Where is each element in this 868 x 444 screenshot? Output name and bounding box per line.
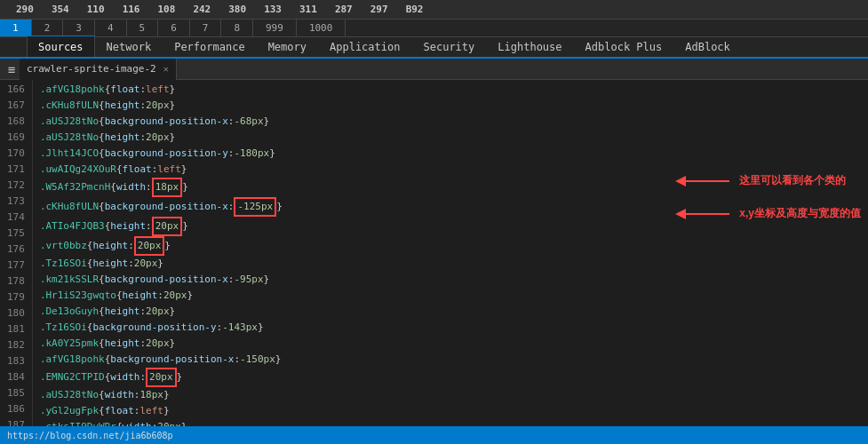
ruler-num: 116 bbox=[114, 4, 149, 15]
line-number: 176 bbox=[7, 242, 25, 258]
code-content: .afVG18pohk { float:left }.cKHu8fULN { h… bbox=[33, 80, 868, 426]
ruler-num: 354 bbox=[43, 4, 78, 15]
tab-sources[interactable]: Sources bbox=[27, 36, 95, 57]
code-line: .aUSJ28tNo { background-position-x:-68px… bbox=[40, 114, 868, 130]
line-number: 168 bbox=[7, 114, 25, 130]
tab-num-2[interactable]: 2 bbox=[32, 20, 64, 36]
line-numbers: 1661671681691701711721731741751761771781… bbox=[0, 80, 33, 426]
line-number: 180 bbox=[7, 305, 25, 321]
tab-num-999[interactable]: 999 bbox=[253, 20, 297, 36]
code-line: .Tz16SOi { height:20px } bbox=[40, 256, 868, 272]
line-number: 166 bbox=[7, 82, 25, 98]
panel-menu-icon[interactable]: ≡ bbox=[4, 59, 20, 80]
tab-num-3[interactable]: 3 bbox=[63, 20, 95, 36]
code-line: .Tz16SOi { background-position-y:-143px … bbox=[40, 320, 868, 336]
code-line: .km21kSSLR { background-position-x:-95px… bbox=[40, 272, 868, 288]
line-number: 187 bbox=[7, 417, 25, 426]
line-number: 175 bbox=[7, 226, 25, 242]
code-line: .cKHu8fULN { height:20px } bbox=[40, 98, 868, 114]
tab-security[interactable]: Security bbox=[411, 36, 486, 57]
tab-performance[interactable]: Performance bbox=[163, 36, 256, 57]
ruler-num: B92 bbox=[397, 4, 433, 15]
line-number: 171 bbox=[7, 162, 25, 178]
tab-network[interactable]: Network bbox=[95, 36, 163, 57]
ruler-bar: 290 354 110 116 108 242 380 133 311 287 … bbox=[0, 0, 868, 20]
line-number: 173 bbox=[7, 194, 25, 210]
tab-num-5[interactable]: 5 bbox=[127, 20, 159, 36]
code-line: .kA0Y25pmk { height:20px } bbox=[40, 336, 868, 352]
devtools-tab-bar: Sources Network Performance Memory Appli… bbox=[0, 37, 868, 59]
code-line: .uwAIQg24XOuR { float:left } bbox=[40, 162, 868, 178]
ruler-num: 133 bbox=[255, 4, 291, 15]
code-line: .De13oGuyh { height:20px } bbox=[40, 304, 868, 320]
tab-application[interactable]: Application bbox=[318, 36, 411, 57]
code-line: .ATIo4FJQB3 { height:20px } bbox=[40, 217, 868, 236]
ruler-num: 287 bbox=[326, 4, 362, 15]
ruler-num: 242 bbox=[184, 4, 219, 15]
file-tab[interactable]: crawler-sprite-image-2 ✕ bbox=[20, 59, 177, 80]
line-number: 167 bbox=[7, 98, 25, 114]
code-line: .yGl2ugFpk { float:left } bbox=[40, 403, 868, 419]
ruler-num: 311 bbox=[291, 4, 326, 15]
code-line: .Hr1iS23gwqto { height:20px } bbox=[40, 288, 868, 304]
ruler-num: 110 bbox=[78, 4, 114, 15]
line-number: 178 bbox=[7, 274, 25, 289]
line-number: 184 bbox=[7, 369, 25, 385]
close-icon[interactable]: ✕ bbox=[163, 64, 169, 74]
line-number: 170 bbox=[7, 146, 25, 162]
line-number: 172 bbox=[7, 178, 25, 194]
code-line: .ctksII9DvWRr { width:20px } bbox=[40, 419, 868, 426]
line-number: 182 bbox=[7, 337, 25, 353]
line-number: 183 bbox=[7, 353, 25, 369]
code-line: .Jlht14JCO { background-position-y:-180p… bbox=[40, 146, 868, 162]
tab-adblock-plus[interactable]: Adblock Plus bbox=[574, 36, 674, 57]
tab-num-8[interactable]: 8 bbox=[221, 20, 253, 36]
line-number: 169 bbox=[7, 130, 25, 146]
line-number: 185 bbox=[7, 385, 25, 401]
code-line: .afVG18pohk { background-position-x:-150… bbox=[40, 352, 868, 368]
code-line: .EMNG2CTPID { width:20px } bbox=[40, 368, 868, 387]
code-line: .aUSJ28tNo { width:18px } bbox=[40, 387, 868, 403]
file-tab-name: crawler-sprite-image-2 bbox=[27, 63, 156, 75]
code-area: 1661671681691701711721731741751761771781… bbox=[0, 80, 868, 426]
tab-num-1000[interactable]: 1000 bbox=[297, 20, 346, 36]
tab-memory[interactable]: Memory bbox=[257, 36, 318, 57]
tab-num-1[interactable]: 1 bbox=[0, 20, 32, 36]
code-line: .aUSJ28tNo { height:20px } bbox=[40, 130, 868, 146]
line-number: 177 bbox=[7, 258, 25, 274]
status-bar-url: https://blog.csdn.net/jia6b608p bbox=[7, 431, 173, 440]
code-line: .cKHu8fULN { background-position-x:-125p… bbox=[40, 197, 868, 217]
code-line: .W5Af32PmcnH { width:18px } bbox=[40, 178, 868, 197]
code-line: .vrt0bbz { height:20px } bbox=[40, 236, 868, 256]
line-number: 174 bbox=[7, 210, 25, 226]
ruler-num: 297 bbox=[362, 4, 397, 15]
tab-num-6[interactable]: 6 bbox=[158, 20, 190, 36]
tab-num-7[interactable]: 7 bbox=[190, 20, 222, 36]
code-line: .afVG18pohk { float:left } bbox=[40, 82, 868, 98]
ruler-num: 380 bbox=[219, 4, 255, 15]
line-number: 179 bbox=[7, 289, 25, 305]
tab-num-4[interactable]: 4 bbox=[95, 20, 127, 36]
line-number: 186 bbox=[7, 401, 25, 417]
ruler-num: 108 bbox=[149, 4, 185, 15]
tab-adblock[interactable]: AdBlock bbox=[673, 36, 742, 57]
tab-number-bar: 1 2 3 4 5 6 7 8 999 1000 bbox=[0, 20, 868, 37]
file-tab-bar: ≡ crawler-sprite-image-2 ✕ bbox=[0, 59, 868, 80]
line-number: 181 bbox=[7, 321, 25, 337]
status-bar: https://blog.csdn.net/jia6b608p bbox=[0, 426, 868, 444]
tab-lighthouse[interactable]: Lighthouse bbox=[486, 36, 573, 57]
ruler-num: 290 bbox=[7, 4, 43, 15]
